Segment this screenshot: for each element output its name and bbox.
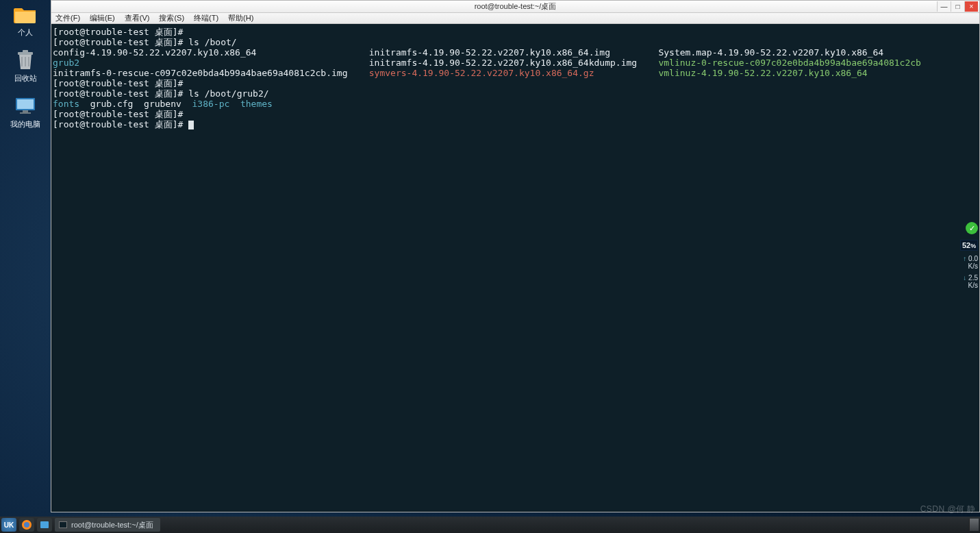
svg-rect-3 bbox=[17, 99, 34, 109]
taskbar-task-label: root@trouble-test:~/桌面 bbox=[71, 520, 153, 530]
taskbar-app-files[interactable] bbox=[37, 518, 52, 532]
net-upload: ↑ 0.0K/s bbox=[960, 255, 978, 270]
terminal-body[interactable]: [root@trouble-test 桌面]#[root@trouble-tes… bbox=[51, 24, 979, 512]
taskbar-start-button[interactable]: UK bbox=[1, 518, 16, 532]
desktop-icon-label: 回收站 bbox=[14, 73, 37, 84]
taskbar-task-terminal[interactable]: root@trouble-test:~/桌面 bbox=[55, 518, 160, 532]
right-overlay: ✓ 52% ↑ 0.0K/s ↓ 2.5K/s bbox=[960, 222, 978, 289]
cpu-percent: 52% bbox=[960, 240, 978, 251]
desktop-icon-label: 我的电脑 bbox=[10, 119, 40, 129]
desktop-icon-personal[interactable]: 个人 bbox=[0, 4, 51, 38]
terminal-line: config-4.19.90-52.22.v2207.ky10.x86_64 i… bbox=[53, 47, 978, 58]
window-title: root@trouble-test:~/桌面 bbox=[475, 1, 557, 12]
terminal-window: root@trouble-test:~/桌面 — □ × 文件(F) 编辑(E)… bbox=[51, 0, 980, 512]
desktop-icon-trash[interactable]: 回收站 bbox=[0, 50, 51, 84]
terminal-line: [root@trouble-test 桌面]# ls /boot/grub2/ bbox=[53, 88, 978, 99]
terminal-cursor bbox=[188, 121, 194, 129]
window-menubar: 文件(F) 编辑(E) 查看(V) 搜索(S) 终端(T) 帮助(H) bbox=[51, 13, 979, 24]
svg-rect-8 bbox=[40, 521, 49, 528]
terminal-line: [root@trouble-test 桌面]# bbox=[53, 27, 978, 37]
taskbar: UK root@trouble-test:~/桌面 bbox=[0, 517, 980, 533]
svg-rect-1 bbox=[23, 50, 28, 53]
net-download: ↓ 2.5K/s bbox=[960, 274, 978, 289]
terminal-line: grub2 initramfs-4.19.90-52.22.v2207.ky10… bbox=[53, 58, 978, 68]
terminal-icon bbox=[59, 521, 67, 528]
terminal-line: fonts grub.cfg grubenv i386-pc themes bbox=[53, 99, 978, 109]
folder-icon bbox=[14, 4, 37, 25]
window-titlebar[interactable]: root@trouble-test:~/桌面 — □ × bbox=[51, 1, 979, 13]
menu-file[interactable]: 文件(F) bbox=[55, 13, 80, 23]
terminal-line: [root@trouble-test 桌面]# ls /boot/ bbox=[53, 37, 978, 47]
menu-terminal[interactable]: 终端(T) bbox=[194, 13, 218, 23]
svg-rect-4 bbox=[23, 110, 28, 112]
window-maximize-button[interactable]: □ bbox=[951, 1, 964, 12]
taskbar-show-desktop[interactable] bbox=[969, 519, 979, 531]
taskbar-app-firefox[interactable] bbox=[19, 518, 34, 532]
computer-icon bbox=[14, 96, 37, 116]
menu-search[interactable]: 搜索(S) bbox=[159, 13, 184, 23]
terminal-line: [root@trouble-test 桌面]# bbox=[53, 78, 978, 88]
menu-view[interactable]: 查看(V) bbox=[125, 13, 150, 23]
desktop-icon-label: 个人 bbox=[18, 27, 33, 38]
window-minimize-button[interactable]: — bbox=[937, 1, 951, 12]
shield-icon[interactable]: ✓ bbox=[966, 222, 978, 234]
svg-point-7 bbox=[24, 522, 29, 528]
menu-edit[interactable]: 编辑(E) bbox=[90, 13, 115, 23]
svg-rect-5 bbox=[20, 112, 31, 114]
window-close-button[interactable]: × bbox=[964, 1, 978, 12]
menu-help[interactable]: 帮助(H) bbox=[228, 13, 253, 23]
desktop-icon-computer[interactable]: 我的电脑 bbox=[0, 96, 51, 129]
terminal-line: [root@trouble-test 桌面]# bbox=[53, 119, 978, 129]
window-buttons: — □ × bbox=[937, 1, 978, 12]
trash-icon bbox=[14, 50, 37, 71]
terminal-line: [root@trouble-test 桌面]# bbox=[53, 109, 978, 119]
terminal-line: initramfs-0-rescue-c097c02e0bda4b99a4bae… bbox=[53, 68, 978, 78]
desktop-icons: 个人 回收站 我的电脑 bbox=[0, 0, 51, 142]
